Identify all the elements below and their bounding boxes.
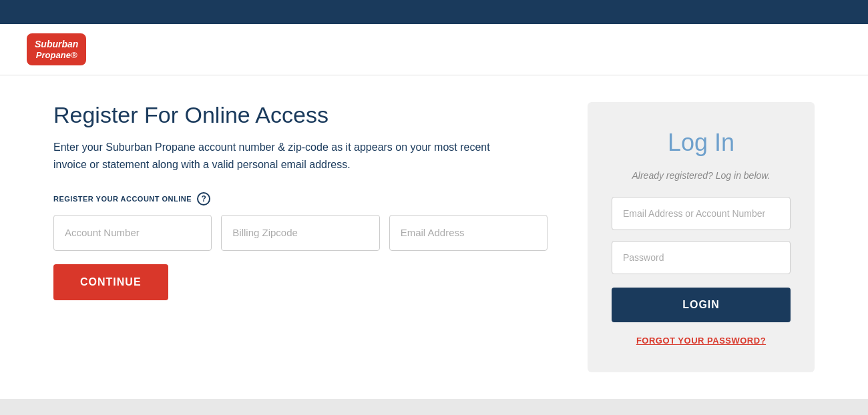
account-number-input[interactable] [53, 215, 212, 251]
register-label-row: REGISTER YOUR ACCOUNT ONLINE ? [53, 192, 548, 205]
logo-line1: Suburban [35, 39, 78, 50]
bottom-bar [0, 399, 868, 415]
top-bar [0, 0, 868, 24]
login-title: Log In [668, 129, 734, 157]
billing-zipcode-input[interactable] [221, 215, 379, 251]
login-subtitle: Already registered? Log in below. [632, 170, 770, 181]
help-icon[interactable]: ? [197, 192, 210, 205]
main-content: Register For Online Access Enter your Su… [0, 75, 868, 399]
forgot-password-link[interactable]: FORGOT YOUR PASSWORD? [636, 336, 766, 346]
register-fields [53, 215, 548, 251]
login-section: Log In Already registered? Log in below.… [588, 102, 815, 372]
logo-container: Suburban Propane® [27, 33, 86, 65]
header: Suburban Propane® [0, 24, 868, 75]
continue-button[interactable]: CONTINUE [53, 264, 168, 300]
register-title: Register For Online Access [53, 102, 548, 128]
register-section: Register For Online Access Enter your Su… [53, 102, 548, 300]
logo-line2: Propane® [36, 50, 77, 61]
login-email-or-account-input[interactable] [612, 197, 791, 230]
logo: Suburban Propane® [27, 33, 86, 65]
login-password-input[interactable] [612, 241, 791, 274]
register-description: Enter your Suburban Propane account numb… [53, 139, 507, 173]
login-button[interactable]: LOGIN [612, 288, 791, 322]
register-section-label: REGISTER YOUR ACCOUNT ONLINE [53, 195, 192, 203]
email-address-input[interactable] [389, 215, 548, 251]
